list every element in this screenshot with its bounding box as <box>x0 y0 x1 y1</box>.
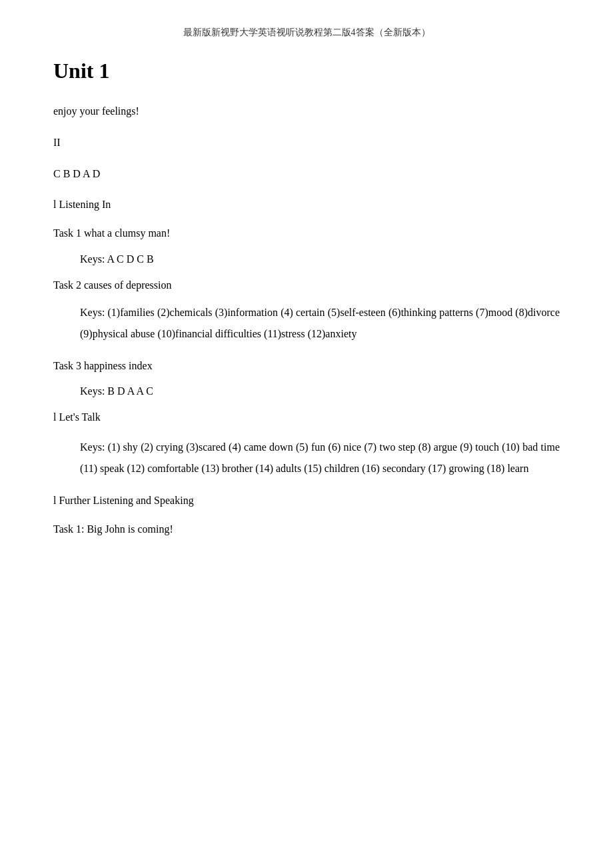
section-ii: II <box>53 133 560 153</box>
listening-in-header: l Listening In <box>53 195 560 215</box>
task1-keys: Keys: A C D C B <box>53 250 560 269</box>
intro-text: enjoy your feelings! <box>53 102 560 121</box>
task2-label: Task 2 causes of depression <box>53 276 560 295</box>
page-header: 最新版新视野大学英语视听说教程第二版4答案（全新版本） <box>53 27 560 39</box>
lets-talk-header: l Let's Talk <box>53 408 560 427</box>
task-big-john-label: Task 1: Big John is coming! <box>53 520 560 539</box>
answers-cbdad: C B D A D <box>53 165 560 184</box>
task1-label: Task 1 what a clumsy man! <box>53 224 560 243</box>
task2-keys: Keys: (1)families (2)chemicals (3)inform… <box>53 302 560 345</box>
task3-keys: Keys: B D A A C <box>53 382 560 401</box>
unit-title: Unit 1 <box>53 59 560 83</box>
task3-label: Task 3 happiness index <box>53 357 560 376</box>
further-listening-header: l Further Listening and Speaking <box>53 491 560 511</box>
lets-talk-keys: Keys: (1) shy (2) crying (3)scared (4) c… <box>53 437 560 479</box>
